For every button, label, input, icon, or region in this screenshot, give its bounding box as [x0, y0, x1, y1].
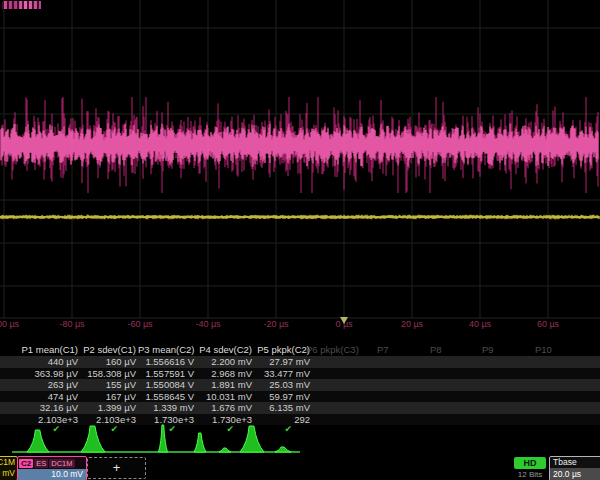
measure-table-row: 474 µV167 µV1.558645 V10.031 mV59.97 mV: [0, 391, 600, 403]
trigger-position-icon[interactable]: [340, 317, 348, 324]
time-tick-label: -100 µs: [0, 319, 19, 329]
measure-table-row: 363.98 µV158.308 µV1.557591 V2.968 mV33.…: [0, 368, 600, 380]
time-tick-label: 20 µs: [401, 319, 423, 329]
measure-column-header-inactive[interactable]: P7: [377, 344, 389, 355]
c2-scale-value: 10.0 mV: [18, 469, 86, 480]
measure-cell: 59.97 mV: [254, 391, 312, 403]
measure-column-header[interactable]: P3 mean(C2): [138, 344, 196, 356]
channel-c2-descriptor[interactable]: C2 ES DC1M 10.0 mV: [17, 456, 87, 480]
oscilloscope-screen: -100 µs-80 µs-60 µs-40 µs-20 µs0 µs20 µs…: [0, 0, 600, 480]
c1-scale-value: 0 mV: [0, 468, 17, 479]
measure-column-header-inactive[interactable]: P9: [482, 344, 494, 355]
measure-cell: 32.16 µV: [0, 402, 80, 414]
measure-cell: 440 µV: [0, 356, 80, 368]
measure-cell: 158.308 µV: [80, 368, 138, 380]
measure-cell: 10.031 mV: [196, 391, 254, 403]
measure-column-header[interactable]: P2 sdev(C1): [80, 344, 138, 356]
measure-cell: 6.135 mV: [254, 402, 312, 414]
channel-c1-descriptor[interactable]: DC1M 0 mV: [0, 456, 18, 480]
timebase-value: 20.0 µs: [550, 468, 600, 480]
measure-column-header[interactable]: P5 pkpk(C2): [254, 344, 312, 356]
hd-mode-badge[interactable]: HD: [514, 457, 546, 469]
measure-table-row: 32.16 µV1.399 µV1.339 mV1.676 mV6.135 mV: [0, 402, 600, 414]
measure-cell: 160 µV: [80, 356, 138, 368]
c2-coupling-badge: DC1M: [49, 459, 74, 468]
measure-column-header[interactable]: P4 sdev(C2): [196, 344, 254, 356]
time-tick-label: 40 µs: [469, 319, 491, 329]
timebase-descriptor[interactable]: Tbase 20.0 µs: [549, 456, 600, 480]
measure-table-header[interactable]: P1 mean(C1)P2 sdev(C1)P3 mean(C2)P4 sdev…: [0, 344, 600, 356]
time-tick-label: -60 µs: [127, 319, 152, 329]
time-tick-label: -20 µs: [263, 319, 288, 329]
time-tick-label: -80 µs: [59, 319, 84, 329]
bit-resolution-label: 12 Bits: [513, 470, 547, 479]
measure-column-header[interactable]: P1 mean(C1): [0, 344, 80, 356]
add-trace-button[interactable]: +: [87, 457, 146, 479]
c2-channel-badge: C2: [19, 459, 33, 468]
measure-table-row: 263 µV155 µV1.550084 V1.891 mV25.03 mV: [0, 379, 600, 391]
measure-column-header-inactive[interactable]: P8: [430, 344, 442, 355]
measure-cell: 1.556616 V: [138, 356, 196, 368]
measure-cell: 363.98 µV: [0, 368, 80, 380]
measure-cell: 1.399 µV: [80, 402, 138, 414]
measure-cell: 474 µV: [0, 391, 80, 403]
measure-cell: 167 µV: [80, 391, 138, 403]
measure-cell: 263 µV: [0, 379, 80, 391]
measure-cell: 2.200 mV: [196, 356, 254, 368]
measure-cell: 1.550084 V: [138, 379, 196, 391]
timebase-label: Tbase: [550, 457, 600, 467]
trace-descriptor-label: [2, 1, 41, 9]
measure-column-header-inactive[interactable]: P6 pkpk(C3): [306, 344, 359, 355]
measure-table-row: 440 µV160 µV1.556616 V2.200 mV27.97 mV: [0, 356, 600, 368]
time-tick-label: -40 µs: [195, 319, 220, 329]
waveform-grid: [0, 0, 600, 334]
time-tick-label: 60 µs: [537, 319, 559, 329]
measure-cell: 1.676 mV: [196, 402, 254, 414]
measure-cell: 25.03 mV: [254, 379, 312, 391]
c2-es-badge: ES: [34, 459, 48, 468]
measure-cell: 27.97 mV: [254, 356, 312, 368]
trend-histogram-trace: [0, 418, 320, 458]
measure-cell: 2.968 mV: [196, 368, 254, 380]
measure-cell: 33.477 mV: [254, 368, 312, 380]
measure-cell: 1.339 mV: [138, 402, 196, 414]
measure-cell: 1.557591 V: [138, 368, 196, 380]
measure-cell: 155 µV: [80, 379, 138, 391]
measure-cell: 1.891 mV: [196, 379, 254, 391]
measure-column-header-inactive[interactable]: P10: [535, 344, 552, 355]
c1-coupling-label: DC1M: [0, 457, 17, 468]
measure-cell: 1.558645 V: [138, 391, 196, 403]
